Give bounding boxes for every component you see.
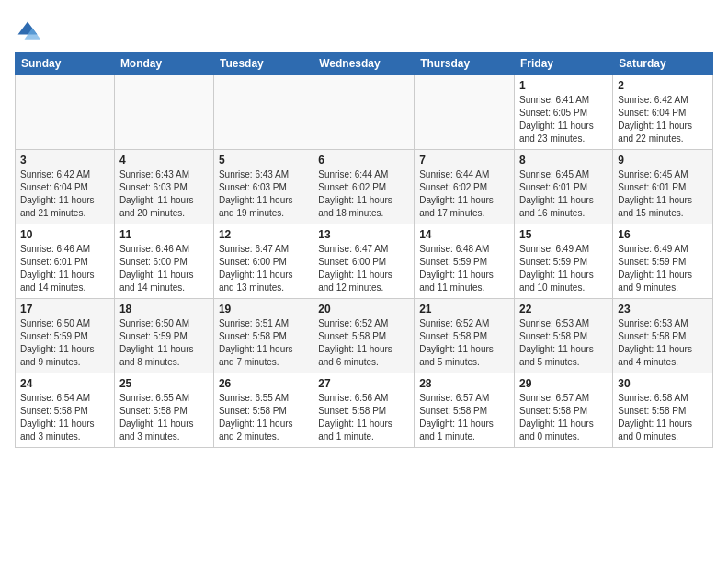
day-number: 22 [519, 303, 608, 316]
day-number: 15 [519, 228, 608, 241]
logo [15, 18, 44, 44]
daylight-text: Daylight: 11 hours and 19 minutes. [219, 195, 293, 218]
calendar-day-cell: 14Sunrise: 6:48 AMSunset: 5:59 PMDayligh… [415, 224, 515, 299]
calendar-day-cell: 17Sunrise: 6:50 AMSunset: 5:59 PMDayligh… [16, 299, 115, 373]
sunset-text: Sunset: 5:58 PM [419, 406, 487, 416]
sunset-text: Sunset: 5:59 PM [20, 331, 88, 341]
daylight-text: Daylight: 11 hours and 7 minutes. [219, 344, 293, 367]
calendar-day-cell: 3Sunrise: 6:42 AMSunset: 6:04 PMDaylight… [16, 150, 115, 224]
day-number: 5 [219, 154, 308, 167]
weekday-header: Saturday [613, 52, 713, 75]
day-number: 19 [219, 303, 308, 316]
calendar-day-cell: 9Sunrise: 6:45 AMSunset: 6:01 PMDaylight… [613, 150, 713, 224]
calendar-body: 1Sunrise: 6:41 AMSunset: 6:05 PMDaylight… [16, 75, 713, 448]
day-number: 12 [219, 228, 308, 241]
calendar-day-cell: 10Sunrise: 6:46 AMSunset: 6:01 PMDayligh… [16, 224, 115, 299]
sunrise-text: Sunrise: 6:50 AM [119, 318, 189, 328]
sunset-text: Sunset: 5:58 PM [419, 331, 487, 341]
day-number: 18 [119, 303, 209, 316]
calendar-day-cell: 1Sunrise: 6:41 AMSunset: 6:05 PMDaylight… [515, 75, 613, 150]
calendar-day-cell: 28Sunrise: 6:57 AMSunset: 5:58 PMDayligh… [415, 373, 515, 448]
calendar-day-cell: 2Sunrise: 6:42 AMSunset: 6:04 PMDaylight… [613, 75, 713, 150]
day-info: Sunrise: 6:46 AMSunset: 6:00 PMDaylight:… [119, 243, 209, 294]
sunrise-text: Sunrise: 6:56 AM [318, 393, 388, 403]
sunset-text: Sunset: 6:00 PM [219, 257, 287, 267]
page-header [15, 15, 713, 44]
sunset-text: Sunset: 6:04 PM [618, 108, 686, 118]
sunset-text: Sunset: 5:58 PM [219, 406, 287, 416]
sunrise-text: Sunrise: 6:52 AM [419, 318, 489, 328]
day-number: 16 [618, 228, 708, 241]
sunset-text: Sunset: 5:58 PM [318, 331, 386, 341]
daylight-text: Daylight: 11 hours and 22 minutes. [618, 121, 692, 144]
daylight-text: Daylight: 11 hours and 0 minutes. [519, 419, 594, 442]
day-info: Sunrise: 6:54 AMSunset: 5:58 PMDaylight:… [20, 392, 109, 443]
sunrise-text: Sunrise: 6:46 AM [20, 244, 90, 254]
calendar-day-cell: 13Sunrise: 6:47 AMSunset: 6:00 PMDayligh… [313, 224, 415, 299]
daylight-text: Daylight: 11 hours and 12 minutes. [318, 270, 392, 293]
day-info: Sunrise: 6:51 AMSunset: 5:58 PMDaylight:… [219, 317, 308, 369]
daylight-text: Daylight: 11 hours and 1 minute. [419, 419, 494, 442]
sunrise-text: Sunrise: 6:43 AM [119, 169, 189, 179]
weekday-row: SundayMondayTuesdayWednesdayThursdayFrid… [16, 52, 713, 75]
sunrise-text: Sunrise: 6:45 AM [618, 169, 688, 179]
sunset-text: Sunset: 6:03 PM [219, 182, 287, 192]
sunrise-text: Sunrise: 6:47 AM [318, 244, 388, 254]
sunset-text: Sunset: 5:58 PM [519, 331, 587, 341]
day-info: Sunrise: 6:43 AMSunset: 6:03 PMDaylight:… [119, 168, 209, 220]
sunset-text: Sunset: 6:02 PM [419, 182, 487, 192]
day-info: Sunrise: 6:57 AMSunset: 5:58 PMDaylight:… [519, 392, 608, 443]
daylight-text: Daylight: 11 hours and 3 minutes. [119, 419, 194, 442]
day-number: 21 [419, 303, 509, 316]
calendar-day-cell: 18Sunrise: 6:50 AMSunset: 5:59 PMDayligh… [114, 299, 213, 373]
day-info: Sunrise: 6:50 AMSunset: 5:59 PMDaylight:… [119, 317, 209, 369]
sunrise-text: Sunrise: 6:46 AM [119, 244, 189, 254]
sunrise-text: Sunrise: 6:41 AM [519, 95, 589, 105]
daylight-text: Daylight: 11 hours and 14 minutes. [119, 270, 194, 293]
weekday-header: Friday [515, 52, 613, 75]
sunset-text: Sunset: 6:03 PM [119, 182, 188, 192]
calendar-day-cell [313, 75, 415, 150]
daylight-text: Daylight: 11 hours and 10 minutes. [519, 270, 594, 293]
calendar-day-cell: 30Sunrise: 6:58 AMSunset: 5:58 PMDayligh… [613, 373, 713, 448]
day-info: Sunrise: 6:57 AMSunset: 5:58 PMDaylight:… [419, 392, 509, 443]
day-number: 13 [318, 228, 409, 241]
calendar-day-cell [415, 75, 515, 150]
sunset-text: Sunset: 5:58 PM [20, 406, 88, 416]
sunset-text: Sunset: 6:00 PM [318, 257, 386, 267]
weekday-header: Thursday [415, 52, 515, 75]
daylight-text: Daylight: 11 hours and 14 minutes. [20, 270, 95, 293]
daylight-text: Daylight: 11 hours and 1 minute. [318, 419, 392, 442]
sunrise-text: Sunrise: 6:58 AM [618, 393, 688, 403]
day-number: 25 [119, 377, 209, 390]
calendar-day-cell: 12Sunrise: 6:47 AMSunset: 6:00 PMDayligh… [213, 224, 313, 299]
sunset-text: Sunset: 6:01 PM [618, 182, 686, 192]
calendar-day-cell: 24Sunrise: 6:54 AMSunset: 5:58 PMDayligh… [16, 373, 115, 448]
sunrise-text: Sunrise: 6:55 AM [219, 393, 289, 403]
sunrise-text: Sunrise: 6:42 AM [20, 169, 90, 179]
sunset-text: Sunset: 6:04 PM [20, 182, 88, 192]
calendar-day-cell: 19Sunrise: 6:51 AMSunset: 5:58 PMDayligh… [213, 299, 313, 373]
day-number: 23 [618, 303, 708, 316]
sunrise-text: Sunrise: 6:49 AM [519, 244, 589, 254]
weekday-header: Sunday [16, 52, 115, 75]
sunset-text: Sunset: 6:00 PM [119, 257, 188, 267]
day-number: 9 [618, 154, 708, 167]
sunrise-text: Sunrise: 6:54 AM [20, 393, 90, 403]
daylight-text: Daylight: 11 hours and 0 minutes. [618, 419, 692, 442]
sunrise-text: Sunrise: 6:50 AM [20, 318, 90, 328]
sunrise-text: Sunrise: 6:57 AM [419, 393, 489, 403]
day-number: 17 [20, 303, 109, 316]
calendar-header: SundayMondayTuesdayWednesdayThursdayFrid… [16, 52, 713, 75]
calendar-day-cell [114, 75, 213, 150]
calendar-day-cell: 11Sunrise: 6:46 AMSunset: 6:00 PMDayligh… [114, 224, 213, 299]
day-info: Sunrise: 6:48 AMSunset: 5:59 PMDaylight:… [419, 243, 509, 294]
sunset-text: Sunset: 5:58 PM [519, 406, 587, 416]
daylight-text: Daylight: 11 hours and 8 minutes. [119, 344, 194, 367]
day-number: 27 [318, 377, 409, 390]
sunrise-text: Sunrise: 6:57 AM [519, 393, 589, 403]
day-info: Sunrise: 6:45 AMSunset: 6:01 PMDaylight:… [519, 168, 608, 220]
day-number: 14 [419, 228, 509, 241]
day-info: Sunrise: 6:49 AMSunset: 5:59 PMDaylight:… [519, 243, 608, 294]
calendar-week-row: 1Sunrise: 6:41 AMSunset: 6:05 PMDaylight… [16, 75, 713, 150]
